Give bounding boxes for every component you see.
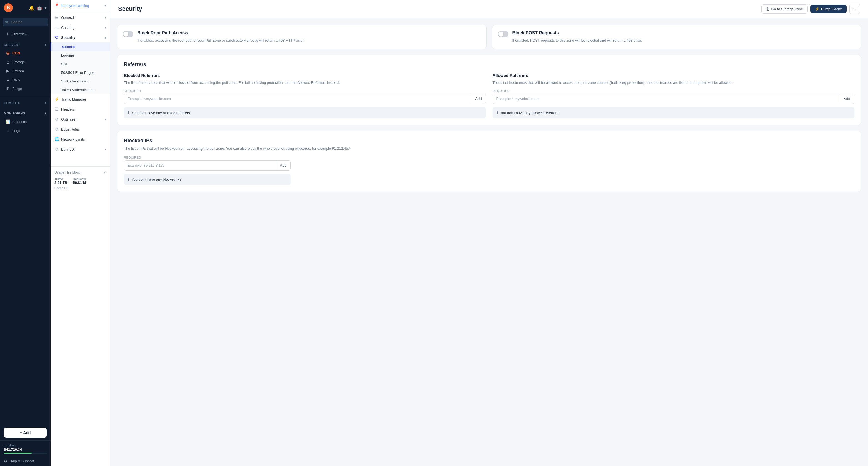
- sidebar-item-dns[interactable]: ☁ DNS: [2, 75, 49, 84]
- middle-nav: 📍 bunnynet-landing ▾ ☰ General ▾ 🗃 Cachi…: [51, 0, 110, 466]
- expand-icon[interactable]: ⤢: [103, 170, 106, 174]
- sidebar-monitoring-header[interactable]: Monitoring ▴: [0, 109, 51, 117]
- blocked-referrers-empty-text: You don't have any blocked referrers.: [131, 111, 191, 115]
- zone-chevron-icon: ▾: [104, 4, 106, 7]
- nav-subitem-ssl[interactable]: SSL: [51, 60, 110, 68]
- block-post-content: Block POST Requests If enabled, POST req…: [513, 31, 642, 43]
- monitoring-chevron: ▴: [45, 111, 47, 115]
- sidebar-item-label: Overview: [12, 32, 27, 36]
- caching-nav-icon: 🗃: [55, 25, 59, 30]
- requests-label: Requests: [73, 177, 86, 180]
- help-support-button[interactable]: ⚙ Help & Support: [0, 456, 51, 466]
- usage-header: Usage This Month ⤢: [55, 170, 106, 174]
- cdn-icon: ◎: [5, 51, 10, 55]
- nav-subitem-error-pages[interactable]: 502/504 Error Pages: [51, 68, 110, 77]
- sidebar-item-storage[interactable]: 🗄 Storage: [2, 58, 49, 66]
- location-icon: 📍: [55, 3, 59, 8]
- dns-icon: ☁: [5, 77, 10, 82]
- blocked-referrers-input[interactable]: [124, 94, 471, 104]
- allowed-referrers-desc: The list of hostnames that will be allow…: [493, 80, 855, 86]
- sidebar-item-stream[interactable]: ▶ Stream: [2, 66, 49, 75]
- blocked-referrers-input-wrap: Add: [124, 94, 486, 104]
- nav-item-headers[interactable]: ☰ Headers: [51, 104, 110, 114]
- purge-cache-button[interactable]: ⚡ Purge Cache: [810, 5, 847, 13]
- usage-title: Usage This Month: [55, 170, 82, 174]
- nav-item-optimizer[interactable]: ⚙ Optimizer ▾: [51, 114, 110, 124]
- billing-bar: [4, 453, 47, 454]
- stream-icon: ▶: [5, 69, 10, 73]
- nav-subitem-s3-auth[interactable]: S3 Authentication: [51, 77, 110, 86]
- header-actions: 🗄 Go to Storage Zone ⚡ Purge Cache ···: [761, 4, 860, 14]
- logo-text: B: [7, 5, 10, 10]
- blocked-ips-input-label: Required: [124, 156, 855, 159]
- sidebar-item-logs[interactable]: ≡ Logs: [2, 126, 49, 135]
- go-to-storage-label: Go to Storage Zone: [771, 7, 803, 11]
- add-button[interactable]: + Add: [4, 428, 47, 438]
- nav-subitem-general[interactable]: General: [51, 42, 110, 51]
- referrers-card: Referrers Blocked Referrers The list of …: [117, 55, 861, 126]
- sidebar-item-label: Storage: [12, 60, 25, 64]
- search-section: [0, 16, 51, 28]
- block-post-desc: If enabled, POST requests to this zone w…: [513, 38, 642, 43]
- search-input[interactable]: [3, 18, 48, 26]
- traffic-stat: Traffic 2.91 TB: [55, 177, 67, 185]
- allowed-referrers-add-button[interactable]: Add: [840, 94, 854, 104]
- allowed-referrers-empty-message: ℹ You don't have any allowed referrers.: [493, 107, 855, 118]
- sidebar-item-cdn[interactable]: ◎ CDN: [2, 48, 49, 58]
- chevron-down-icon[interactable]: ▾: [44, 5, 47, 10]
- sidebar-item-purge[interactable]: 🗑 Purge: [2, 84, 49, 93]
- blocked-ips-input[interactable]: [124, 161, 276, 170]
- content-area: Block Root Path Access If enabled, acces…: [110, 18, 868, 199]
- blocked-referrers-desc: The list of hostnames that will be block…: [124, 80, 486, 86]
- go-to-storage-button[interactable]: 🗄 Go to Storage Zone: [761, 4, 808, 13]
- nav-subitem-logging[interactable]: Logging: [51, 51, 110, 60]
- usage-row: Traffic 2.91 TB Requests 56.81 M: [55, 177, 106, 185]
- nav-item-edge-rules[interactable]: ⚙ Edge Rules: [51, 124, 110, 134]
- monitoring-label: Monitoring: [4, 112, 25, 115]
- nav-item-traffic-manager[interactable]: ⚡ Traffic Manager: [51, 94, 110, 104]
- logo: B: [4, 3, 13, 12]
- traffic-value: 2.91 TB: [55, 180, 67, 185]
- security-chevron-icon: ▴: [105, 36, 106, 39]
- sidebar-item-label: CDN: [12, 51, 20, 55]
- sidebar-header: B 🔔 🤖 ▾: [0, 0, 51, 16]
- sidebar-delivery-header[interactable]: Delivery ▴: [0, 40, 51, 48]
- block-root-toggle[interactable]: [123, 31, 133, 37]
- blocked-ips-title: Blocked IPs: [124, 138, 855, 143]
- nav-item-security[interactable]: 🛡 Security ▴: [51, 33, 110, 42]
- blocked-referrers-empty-message: ℹ You don't have any blocked referrers.: [124, 107, 486, 118]
- allowed-referrers-input-wrap: Add: [493, 94, 855, 104]
- nav-item-network-limits-label: Network Limits: [61, 137, 85, 141]
- traffic-label: Traffic: [55, 177, 67, 180]
- billing-amount: $42,720.34: [4, 447, 47, 452]
- sidebar-compute-header[interactable]: Compute ▾: [0, 99, 51, 107]
- notifications-icon[interactable]: 🔔: [29, 5, 34, 10]
- sidebar-item-statistics[interactable]: 📊 Statistics: [2, 117, 49, 126]
- block-post-toggle[interactable]: [498, 31, 508, 37]
- blocked-ips-input-wrap: Add: [124, 160, 291, 170]
- usage-section: Usage This Month ⤢ Traffic 2.91 TB Reque…: [51, 166, 110, 194]
- allowed-referrers-input[interactable]: [493, 94, 840, 104]
- sidebar-item-label: Logs: [12, 129, 20, 133]
- referrers-section-title: Referrers: [124, 62, 855, 67]
- billing-bar-fill: [4, 453, 32, 454]
- referrers-columns: Blocked Referrers The list of hostnames …: [124, 73, 855, 119]
- sidebar-item-overview[interactable]: ⬆ Overview: [2, 29, 49, 38]
- blocked-ips-add-button[interactable]: Add: [276, 161, 290, 170]
- nav-subitem-token-auth[interactable]: Token Authentication: [51, 86, 110, 94]
- optimizer-nav-icon: ⚙: [55, 117, 59, 121]
- nav-item-general[interactable]: ☰ General ▾: [51, 12, 110, 23]
- nav-item-caching-label: Caching: [61, 26, 74, 30]
- nav-item-caching[interactable]: 🗃 Caching ▾: [51, 23, 110, 33]
- settings-icon[interactable]: 🤖: [37, 5, 42, 10]
- blocked-referrers-add-button[interactable]: Add: [471, 94, 486, 104]
- nav-item-bunny-ai[interactable]: ⚙ Bunny AI ▾: [51, 144, 110, 154]
- bunny-ai-nav-icon: ⚙: [55, 147, 59, 152]
- zone-selector[interactable]: 📍 bunnynet-landing ▾: [51, 0, 110, 11]
- blocked-referrers-title: Blocked Referrers: [124, 73, 486, 78]
- nav-item-network-limits[interactable]: 🌐 Network Limits: [51, 134, 110, 144]
- more-options-button[interactable]: ···: [849, 4, 860, 14]
- compute-chevron: ▾: [45, 101, 47, 105]
- sidebar-compute-section: Compute ▾: [0, 98, 51, 108]
- nav-item-headers-label: Headers: [61, 107, 75, 111]
